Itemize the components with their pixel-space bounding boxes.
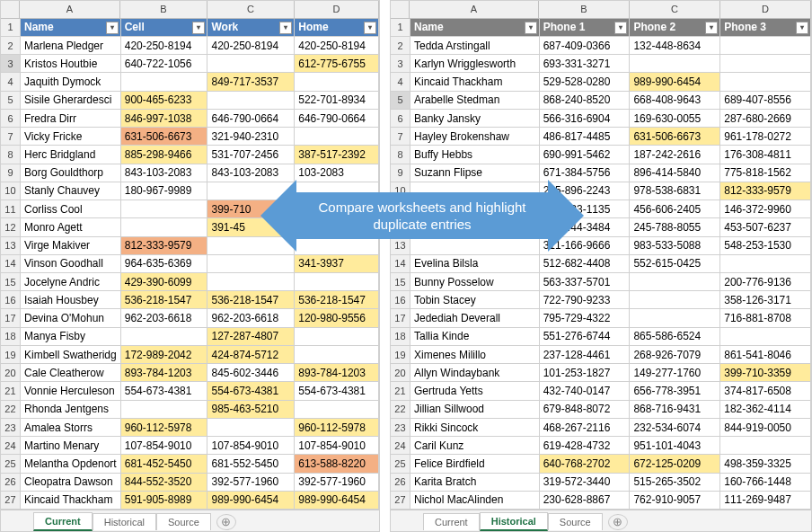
row-header-20[interactable]: 20: [1, 364, 21, 381]
filter-dropdown-icon[interactable]: ▾: [279, 22, 292, 34]
cell[interactable]: 127-287-4807: [207, 328, 295, 345]
cell[interactable]: 689-407-8556: [720, 92, 811, 109]
select-all[interactable]: [1, 1, 20, 18]
table-row[interactable]: 2Tedda Arstingall687-409-0366132-448-863…: [391, 37, 811, 55]
row-header-7[interactable]: 7: [1, 128, 21, 145]
table-row[interactable]: 19Ximenes Milillo237-128-4461268-926-707…: [391, 346, 811, 364]
cell[interactable]: Martino Menary: [21, 437, 121, 454]
cell[interactable]: 498-359-3325: [720, 455, 811, 472]
table-row[interactable]: 20Cale Cleatherow893-784-1203845-602-344…: [1, 364, 379, 382]
cell[interactable]: 200-776-9136: [720, 273, 811, 290]
cell[interactable]: [295, 273, 379, 290]
cell[interactable]: 103-2083: [295, 164, 379, 182]
cell[interactable]: Sisile Gherardesci: [21, 92, 121, 109]
cell[interactable]: Banky Jansky: [410, 110, 540, 127]
cell[interactable]: 160-766-1448: [720, 474, 811, 491]
cell[interactable]: 551-276-6744: [540, 328, 631, 345]
row-header-10[interactable]: 10: [1, 182, 21, 200]
cell[interactable]: [295, 73, 379, 90]
row-header-24[interactable]: 24: [1, 437, 21, 454]
cell[interactable]: 536-218-1547: [207, 291, 295, 308]
row-header-6[interactable]: 6: [391, 110, 410, 127]
cell[interactable]: 182-362-4114: [720, 401, 811, 418]
cell[interactable]: [207, 273, 295, 290]
cell[interactable]: Vicky Fricke: [21, 128, 121, 145]
cell[interactable]: Nichol MacAlinden: [410, 492, 540, 509]
table-header-phone 1[interactable]: Phone 1▾: [540, 19, 631, 36]
cell[interactable]: 101-253-1827: [540, 364, 631, 381]
cell[interactable]: 548-253-1530: [720, 237, 811, 254]
cell[interactable]: 668-408-9643: [630, 92, 720, 109]
cell[interactable]: 985-463-5210: [207, 401, 295, 418]
row-header-2[interactable]: 2: [391, 37, 410, 54]
cell[interactable]: Monro Agett: [21, 218, 121, 235]
table-row[interactable]: 19Kimbell Swatheridg172-989-2042424-874-…: [1, 346, 379, 364]
cell[interactable]: Stanly Chauvey: [21, 182, 121, 200]
select-all[interactable]: [391, 1, 410, 18]
row-header-18[interactable]: 18: [391, 328, 410, 345]
table-row[interactable]: 3Karlyn Wrigglesworth693-331-3271: [391, 55, 811, 73]
col-header-A[interactable]: A: [20, 1, 120, 18]
cell[interactable]: 795-729-4322: [540, 309, 631, 326]
cell[interactable]: 961-178-0272: [720, 128, 811, 145]
cell[interactable]: 893-784-1203: [121, 364, 208, 381]
cell[interactable]: Amalea Storrs: [21, 419, 121, 436]
cell[interactable]: 631-506-6673: [630, 128, 720, 145]
row-header-1[interactable]: 1: [391, 19, 410, 36]
table-row[interactable]: 8Buffy Hebbs690-991-5462187-242-2616176-…: [391, 146, 811, 164]
row-header-23[interactable]: 23: [1, 419, 21, 436]
table-header-phone 3[interactable]: Phone 3▾: [720, 19, 811, 36]
table-row[interactable]: 6Fredra Dirr846-997-1038646-790-0664646-…: [1, 110, 379, 128]
row-header-26[interactable]: 26: [1, 474, 21, 491]
row-header-27[interactable]: 27: [391, 492, 410, 509]
table-row[interactable]: 18Manya Fisby127-287-4807: [1, 328, 379, 346]
cell[interactable]: Tobin Stacey: [410, 291, 540, 308]
cell[interactable]: 107-854-9010: [207, 437, 295, 454]
cell[interactable]: Marlena Pledger: [21, 37, 121, 54]
cell[interactable]: [720, 328, 811, 345]
filter-dropdown-icon[interactable]: ▾: [796, 22, 808, 34]
cell[interactable]: 554-673-4381: [121, 382, 208, 399]
cell[interactable]: [720, 437, 811, 454]
row-header-12[interactable]: 12: [1, 218, 21, 235]
cell[interactable]: Vinson Goodhall: [21, 255, 121, 272]
row-header-19[interactable]: 19: [391, 346, 410, 363]
cell[interactable]: Hayley Brokenshaw: [410, 128, 540, 145]
table-row[interactable]: 26Cleopatra Dawson844-552-3520392-577-19…: [1, 474, 379, 492]
table-row[interactable]: 22Jillian Sillwood679-848-8072868-716-94…: [391, 401, 811, 419]
cell[interactable]: 722-790-9233: [540, 291, 631, 308]
sheet-tab-source[interactable]: Source: [548, 513, 603, 530]
cell[interactable]: 893-784-1203: [295, 364, 379, 381]
col-header-B[interactable]: B: [120, 1, 207, 18]
row-header-1[interactable]: 1: [1, 19, 21, 36]
cell[interactable]: Karlyn Wrigglesworth: [410, 55, 540, 72]
cell[interactable]: 951-101-4043: [630, 437, 720, 454]
cell[interactable]: 681-552-5450: [207, 455, 295, 472]
cell[interactable]: 552-615-0425: [630, 255, 720, 272]
cell[interactable]: Jillian Sillwood: [410, 401, 540, 418]
cell[interactable]: 656-778-3951: [630, 382, 720, 399]
table-row[interactable]: 23Rikki Sincock468-267-2116232-534-60748…: [391, 419, 811, 437]
sheet-tab-current[interactable]: Current: [423, 513, 480, 530]
table-row[interactable]: 26Karita Bratch319-572-3440515-265-35021…: [391, 474, 811, 492]
cell[interactable]: 591-905-8989: [121, 492, 208, 509]
row-header-9[interactable]: 9: [391, 164, 410, 182]
cell[interactable]: 679-848-8072: [540, 401, 631, 418]
cell[interactable]: 690-991-5462: [540, 146, 631, 163]
row-header-11[interactable]: 11: [1, 200, 21, 217]
cell[interactable]: [121, 200, 208, 217]
cell[interactable]: 960-112-5978: [121, 419, 208, 436]
cell[interactable]: 762-910-9057: [630, 492, 720, 509]
cell[interactable]: 453-507-6237: [720, 218, 811, 235]
cell[interactable]: Manya Fisby: [21, 328, 121, 345]
cell[interactable]: 612-775-6755: [295, 55, 379, 72]
cell[interactable]: Virge Makiver: [21, 237, 121, 254]
table-row[interactable]: 14Evelina Bilsla512-682-4408552-615-0425: [391, 255, 811, 273]
row-header-7[interactable]: 7: [391, 128, 410, 145]
right-grid[interactable]: ABCD1Name▾Phone 1▾Phone 2▾Phone 3▾2Tedda…: [391, 1, 811, 510]
cell[interactable]: 619-428-4732: [540, 437, 631, 454]
row-header-5[interactable]: 5: [391, 92, 410, 109]
cell[interactable]: 399-710-3359: [720, 364, 811, 381]
cell[interactable]: 230-628-8867: [540, 492, 631, 509]
cell[interactable]: [121, 328, 208, 345]
